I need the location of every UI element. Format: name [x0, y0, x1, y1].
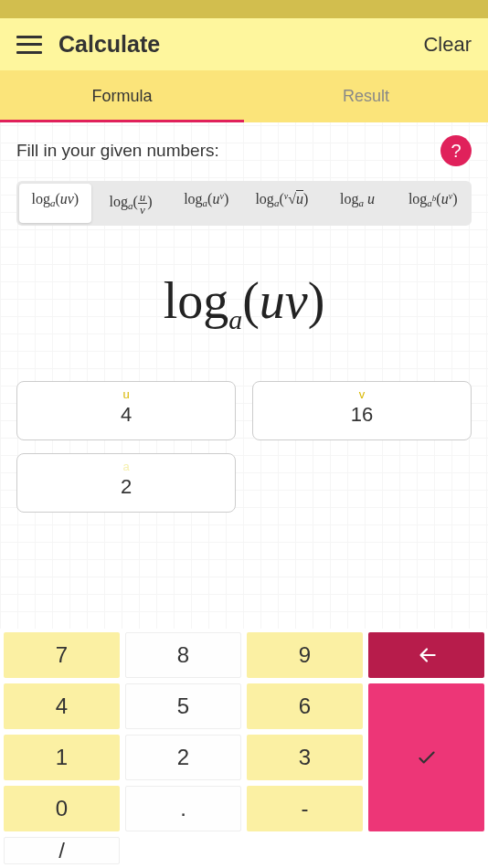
key-9[interactable]: 9	[247, 632, 363, 678]
menu-icon[interactable]	[16, 36, 42, 54]
key-6[interactable]: 6	[247, 683, 363, 729]
input-a-value: 2	[17, 475, 235, 499]
chip-log-ab-uv[interactable]: logab(uv)	[397, 184, 469, 223]
key-7[interactable]: 7	[4, 632, 120, 678]
key-dot[interactable]: .	[125, 786, 241, 831]
backspace-icon	[415, 643, 439, 667]
key-2[interactable]: 2	[125, 735, 241, 780]
main-formula: loga(uv)	[16, 271, 472, 335]
input-v[interactable]: v 16	[252, 381, 472, 440]
tab-formula[interactable]: Formula	[0, 70, 244, 122]
chip-log-u[interactable]: loga u	[322, 184, 394, 223]
keypad: 7 8 9 4 5 6 1 2 3 0 . - /	[0, 629, 488, 868]
key-8[interactable]: 8	[125, 632, 241, 678]
inputs-row-1: u 4 v 16	[16, 381, 472, 440]
chip-log-uv[interactable]: loga(uv)	[19, 184, 91, 223]
status-bar	[0, 0, 488, 18]
header: Calculate Clear	[0, 18, 488, 70]
input-u-value: 4	[17, 403, 235, 427]
input-a-label: a	[17, 460, 235, 473]
clear-button[interactable]: Clear	[423, 33, 472, 57]
tab-result[interactable]: Result	[244, 70, 488, 122]
input-v-value: 16	[253, 403, 471, 427]
page-title: Calculate	[58, 31, 423, 58]
key-4[interactable]: 4	[4, 683, 120, 729]
help-button[interactable]: ?	[440, 135, 472, 166]
prompt-row: Fill in your given numbers: ?	[16, 135, 472, 166]
formula-base: a	[228, 304, 242, 334]
formula-arg: uv	[260, 272, 308, 329]
key-slash[interactable]: /	[4, 837, 120, 864]
key-minus[interactable]: -	[247, 786, 363, 831]
key-confirm[interactable]	[368, 683, 484, 831]
key-backspace[interactable]	[368, 632, 484, 678]
chip-log-u-over-v[interactable]: loga(uv)	[95, 184, 167, 223]
chip-log-u-pow-v[interactable]: loga(uv)	[170, 184, 242, 223]
input-v-label: v	[253, 387, 471, 401]
chip-log-root[interactable]: loga(v√u)	[246, 184, 318, 223]
prompt-text: Fill in your given numbers:	[16, 141, 219, 161]
formula-chips: loga(uv) loga(uv) loga(uv) loga(v√u) log…	[16, 181, 472, 226]
inputs-row-2: a 2	[16, 453, 472, 513]
input-u[interactable]: u 4	[16, 381, 236, 440]
key-3[interactable]: 3	[247, 735, 363, 780]
key-1[interactable]: 1	[4, 735, 120, 780]
tabs: Formula Result	[0, 70, 488, 122]
input-u-label: u	[17, 387, 235, 401]
key-5[interactable]: 5	[125, 683, 241, 729]
input-a[interactable]: a 2	[16, 453, 236, 513]
key-0[interactable]: 0	[4, 786, 120, 831]
work-area: Fill in your given numbers: ? loga(uv) l…	[0, 122, 488, 629]
check-icon	[415, 746, 439, 769]
